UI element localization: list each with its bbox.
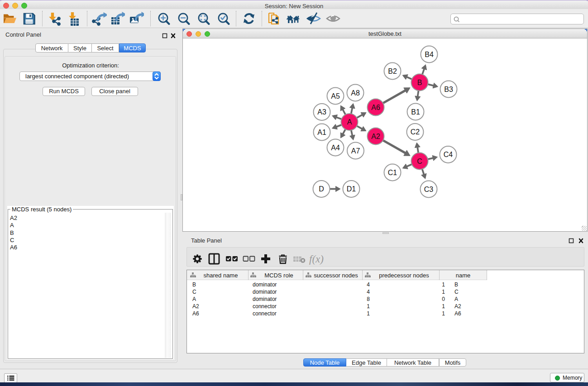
svg-text:D1: D1 <box>347 185 356 193</box>
svg-text:C2: C2 <box>411 128 420 136</box>
svg-text:B3: B3 <box>444 86 453 93</box>
svg-text:C3: C3 <box>424 186 434 193</box>
svg-text:A3: A3 <box>317 108 326 116</box>
svg-text:A6: A6 <box>371 104 380 111</box>
svg-text:A1: A1 <box>317 129 326 136</box>
svg-text:B4: B4 <box>425 51 434 58</box>
svg-text:B: B <box>417 79 422 86</box>
svg-text:A5: A5 <box>331 92 340 100</box>
svg-text:A7: A7 <box>351 147 360 155</box>
svg-text:B2: B2 <box>388 67 397 75</box>
svg-text:B1: B1 <box>411 108 420 116</box>
svg-text:D: D <box>319 185 324 193</box>
svg-text:C4: C4 <box>444 151 453 158</box>
svg-text:f(x): f(x) <box>309 253 324 265</box>
svg-text:A8: A8 <box>351 89 360 97</box>
svg-text:C1: C1 <box>388 169 397 176</box>
svg-text:C: C <box>417 157 422 165</box>
svg-text:A4: A4 <box>331 144 340 152</box>
svg-text:A2: A2 <box>371 133 380 140</box>
svg-text:A: A <box>347 118 352 126</box>
